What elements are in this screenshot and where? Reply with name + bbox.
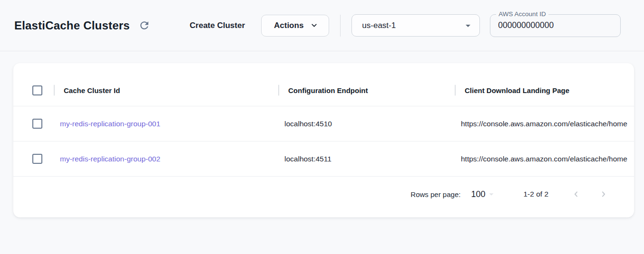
row-checkbox[interactable] [32, 154, 42, 164]
rows-per-page-label: Rows per page: [410, 190, 460, 198]
region-select-value: us-east-1 [362, 21, 462, 30]
top-bar: ElastiCache Clusters Create Cluster Acti… [0, 0, 644, 51]
page-title: ElastiCache Clusters [14, 19, 130, 32]
aws-account-id-label: AWS Account ID [496, 10, 548, 18]
table-row: my-redis-replication-group-002 localhost… [13, 141, 634, 177]
cluster-id-link[interactable]: my-redis-replication-group-001 [60, 120, 160, 128]
cluster-id-link[interactable]: my-redis-replication-group-002 [60, 155, 160, 163]
region-select[interactable]: us-east-1 [351, 14, 480, 37]
pagination-bar: Rows per page: 100 1-2 of 2 [13, 177, 634, 217]
actions-button[interactable]: Actions [261, 15, 329, 37]
refresh-icon [138, 19, 150, 31]
chevron-right-icon [599, 189, 608, 199]
rows-per-page-select[interactable]: 100 [471, 189, 497, 199]
previous-page-button[interactable] [567, 186, 585, 203]
chevron-down-icon [310, 21, 318, 29]
table-header-row: Cache Cluster Id Configuration Endpoint … [13, 75, 634, 106]
next-page-button[interactable] [595, 186, 612, 203]
column-header-cache-cluster-id[interactable]: Cache Cluster Id [54, 75, 278, 106]
actions-button-label: Actions [274, 21, 303, 30]
aws-account-id-field: AWS Account ID [490, 14, 621, 37]
table-row: my-redis-replication-group-001 localhost… [13, 106, 634, 141]
select-all-checkbox[interactable] [32, 85, 42, 95]
aws-account-id-input[interactable] [490, 20, 620, 30]
landing-page-cell: https://console.aws.amazon.com/elasticac… [455, 155, 634, 163]
landing-page-cell: https://console.aws.amazon.com/elasticac… [455, 120, 634, 128]
column-separator [455, 85, 456, 96]
dropdown-caret-icon [486, 189, 497, 199]
chevron-left-icon [571, 189, 581, 199]
row-checkbox[interactable] [32, 119, 42, 129]
clusters-table-card: Cache Cluster Id Configuration Endpoint … [13, 63, 634, 217]
column-header-client-download-landing-page[interactable]: Client Download Landing Page [455, 75, 634, 106]
column-separator [54, 85, 55, 96]
configuration-endpoint-cell: localhost:4510 [278, 120, 455, 128]
dropdown-caret-icon [462, 20, 474, 31]
refresh-button[interactable] [137, 18, 153, 34]
header-divider [340, 15, 341, 37]
pagination-range-label: 1-2 of 2 [523, 190, 548, 198]
create-cluster-button[interactable]: Create Cluster [190, 21, 245, 30]
column-separator [278, 85, 279, 96]
column-header-configuration-endpoint[interactable]: Configuration Endpoint [278, 75, 455, 106]
rows-per-page-value: 100 [471, 189, 485, 199]
configuration-endpoint-cell: localhost:4511 [278, 155, 455, 163]
